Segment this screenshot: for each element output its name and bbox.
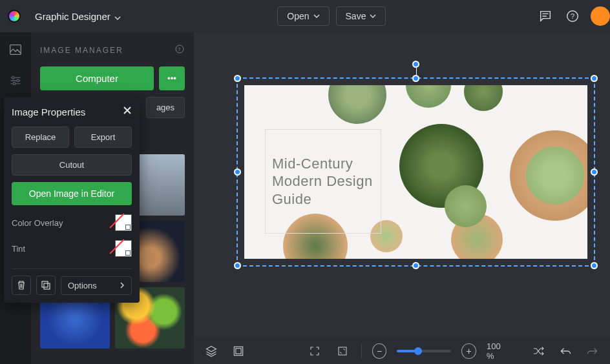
cutout-button[interactable]: Cutout xyxy=(12,154,132,176)
duplicate-button[interactable] xyxy=(36,276,56,295)
canvas-area[interactable]: Mid-Century Modern Design Guide xyxy=(194,32,610,338)
cutout-label: Cutout xyxy=(59,160,84,170)
open-in-editor-label: Open Image in Editor xyxy=(29,188,114,199)
export-button[interactable]: Export xyxy=(74,126,132,148)
layers-icon[interactable] xyxy=(203,342,220,360)
rotate-connector xyxy=(416,67,417,75)
more-dots-icon: ••• xyxy=(167,74,176,83)
open-label: Open xyxy=(287,11,309,21)
upload-label: Computer xyxy=(76,73,118,84)
options-dropdown[interactable]: Options xyxy=(61,276,132,295)
search-images-label: ages xyxy=(156,103,174,112)
avatar[interactable] xyxy=(591,6,610,26)
open-in-editor-button[interactable]: Open Image in Editor xyxy=(12,182,132,205)
open-button[interactable]: Open xyxy=(277,6,329,26)
plant-image xyxy=(526,147,584,205)
divider xyxy=(361,344,362,358)
chevron-down-icon xyxy=(370,14,376,18)
app-selector-label: Graphic Designer xyxy=(35,11,110,22)
help-icon[interactable]: ? xyxy=(563,7,582,25)
chevron-down-icon xyxy=(114,11,121,22)
shuffle-icon[interactable] xyxy=(529,342,546,360)
svg-text:?: ? xyxy=(571,12,574,20)
image-properties-title: Image Properties xyxy=(12,106,85,117)
svg-rect-11 xyxy=(236,349,241,354)
upload-more-button[interactable]: ••• xyxy=(159,66,185,90)
svg-rect-8 xyxy=(42,281,48,287)
plant-image xyxy=(328,85,386,124)
zoom-thumb[interactable] xyxy=(414,347,422,355)
svg-point-5 xyxy=(13,83,16,85)
selection-box[interactable]: Mid-Century Modern Design Guide xyxy=(237,77,595,267)
save-label: Save xyxy=(346,11,366,21)
zoom-in-button[interactable]: + xyxy=(461,343,476,359)
svg-point-3 xyxy=(12,77,15,79)
svg-text:?: ? xyxy=(178,46,181,52)
design-text-box: Mid-Century Modern Design Guide xyxy=(265,129,381,234)
fit-icon[interactable] xyxy=(306,342,323,360)
copy-icon xyxy=(41,280,51,290)
resize-handle-tr[interactable] xyxy=(591,75,598,82)
plant-image xyxy=(406,85,451,108)
plant-image xyxy=(445,185,487,227)
trash-icon xyxy=(17,280,26,290)
resize-handle-tl[interactable] xyxy=(234,75,241,82)
close-icon[interactable] xyxy=(123,106,132,117)
resize-handle-tm[interactable] xyxy=(412,75,419,82)
plant-image xyxy=(464,85,503,111)
options-label: Options xyxy=(68,281,97,290)
svg-rect-9 xyxy=(44,283,50,289)
rotate-handle[interactable] xyxy=(412,61,419,68)
zoom-out-button[interactable]: − xyxy=(372,343,387,359)
redo-icon[interactable] xyxy=(584,342,601,360)
upload-computer-button[interactable]: Computer xyxy=(40,66,154,90)
image-manager-title: IMAGE MANAGER xyxy=(40,46,123,55)
help-icon[interactable]: ? xyxy=(174,44,185,56)
chat-icon[interactable] xyxy=(536,7,554,25)
zoom-slider[interactable] xyxy=(397,350,451,352)
tint-swatch[interactable] xyxy=(115,240,132,257)
resize-handle-mr[interactable] xyxy=(591,168,598,176)
adjust-tab-icon[interactable] xyxy=(8,74,23,90)
replace-label: Replace xyxy=(25,132,56,142)
svg-point-4 xyxy=(17,79,19,82)
app-selector[interactable]: Graphic Designer xyxy=(28,7,127,26)
undo-icon[interactable] xyxy=(557,342,574,360)
replace-button[interactable]: Replace xyxy=(12,126,69,148)
topbar: Graphic Designer Open Save ? xyxy=(0,0,610,32)
svg-rect-2 xyxy=(10,45,21,55)
resize-handle-bl[interactable] xyxy=(234,262,241,269)
image-properties-panel: Image Properties Replace Export Cutout O… xyxy=(4,97,140,303)
design-text: Mid-Century Modern Design Guide xyxy=(272,155,374,208)
topbar-center: Open Save xyxy=(135,6,529,26)
chevron-down-icon xyxy=(313,14,320,18)
pages-icon[interactable] xyxy=(230,342,247,360)
color-overlay-swatch[interactable] xyxy=(115,214,132,231)
zoom-fill xyxy=(397,350,415,352)
delete-button[interactable] xyxy=(12,276,31,295)
app-logo[interactable] xyxy=(8,10,21,23)
image-tab-icon[interactable] xyxy=(8,43,23,59)
zoom-value: 100 % xyxy=(487,341,509,361)
tint-label: Tint xyxy=(12,244,25,254)
search-images-button[interactable]: ages xyxy=(146,97,185,118)
topbar-right: ? xyxy=(536,6,602,26)
chevron-right-icon xyxy=(120,282,125,288)
fill-icon[interactable] xyxy=(334,342,351,360)
resize-handle-ml[interactable] xyxy=(234,168,241,176)
resize-handle-br[interactable] xyxy=(591,262,598,269)
resize-handle-bm[interactable] xyxy=(412,262,419,269)
color-overlay-label: Color Overlay xyxy=(12,218,63,228)
save-button[interactable]: Save xyxy=(336,6,386,26)
export-label: Export xyxy=(91,132,116,142)
bottom-toolbar: − + 100 % xyxy=(194,338,610,364)
design-canvas: Mid-Century Modern Design Guide xyxy=(244,85,587,259)
